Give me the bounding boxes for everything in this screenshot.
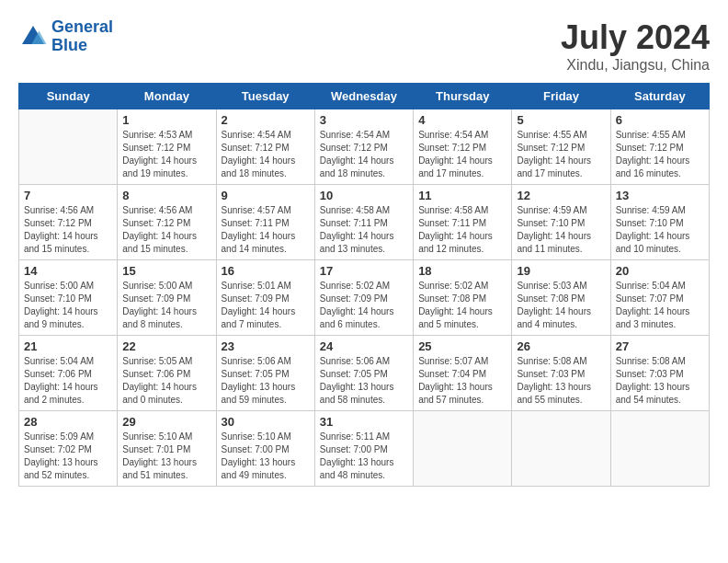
calendar-cell: 5Sunrise: 4:55 AM Sunset: 7:12 PM Daylig… xyxy=(512,109,610,185)
week-row-3: 14Sunrise: 5:00 AM Sunset: 7:10 PM Dayli… xyxy=(19,260,710,336)
day-number: 8 xyxy=(122,189,210,202)
day-info: Sunrise: 4:58 AM Sunset: 7:11 PM Dayligh… xyxy=(418,204,506,256)
day-number: 25 xyxy=(418,339,506,353)
day-info: Sunrise: 4:59 AM Sunset: 7:10 PM Dayligh… xyxy=(517,204,605,256)
calendar-cell: 16Sunrise: 5:01 AM Sunset: 7:09 PM Dayli… xyxy=(216,260,314,336)
calendar-cell: 28Sunrise: 5:09 AM Sunset: 7:02 PM Dayli… xyxy=(19,411,118,487)
calendar-cell: 17Sunrise: 5:02 AM Sunset: 7:09 PM Dayli… xyxy=(314,260,413,336)
day-info: Sunrise: 5:04 AM Sunset: 7:07 PM Dayligh… xyxy=(616,280,704,331)
day-number: 24 xyxy=(320,339,408,353)
day-number: 28 xyxy=(24,415,112,429)
day-number: 10 xyxy=(320,189,408,202)
calendar-cell xyxy=(512,411,610,487)
calendar-cell xyxy=(610,411,709,487)
calendar-cell: 9Sunrise: 4:57 AM Sunset: 7:11 PM Daylig… xyxy=(216,185,314,260)
calendar-cell: 11Sunrise: 4:58 AM Sunset: 7:11 PM Dayli… xyxy=(414,185,512,260)
day-number: 23 xyxy=(222,339,310,353)
day-number: 22 xyxy=(122,339,210,353)
calendar-cell: 6Sunrise: 4:55 AM Sunset: 7:12 PM Daylig… xyxy=(610,109,709,185)
calendar-cell xyxy=(414,411,512,487)
day-info: Sunrise: 4:58 AM Sunset: 7:11 PM Dayligh… xyxy=(320,204,408,256)
calendar-cell: 30Sunrise: 5:10 AM Sunset: 7:00 PM Dayli… xyxy=(216,411,314,487)
calendar-cell: 3Sunrise: 4:54 AM Sunset: 7:12 PM Daylig… xyxy=(314,109,413,185)
day-info: Sunrise: 5:10 AM Sunset: 7:01 PM Dayligh… xyxy=(122,431,210,482)
day-info: Sunrise: 5:09 AM Sunset: 7:02 PM Dayligh… xyxy=(24,431,112,482)
calendar-cell: 13Sunrise: 4:59 AM Sunset: 7:10 PM Dayli… xyxy=(610,185,709,260)
day-header-wednesday: Wednesday xyxy=(314,84,413,109)
calendar-cell: 31Sunrise: 5:11 AM Sunset: 7:00 PM Dayli… xyxy=(314,411,413,487)
logo: General Blue xyxy=(18,18,113,55)
calendar-cell: 19Sunrise: 5:03 AM Sunset: 7:08 PM Dayli… xyxy=(512,260,610,336)
day-info: Sunrise: 4:55 AM Sunset: 7:12 PM Dayligh… xyxy=(616,129,704,180)
day-info: Sunrise: 5:08 AM Sunset: 7:03 PM Dayligh… xyxy=(616,355,704,407)
day-number: 2 xyxy=(222,113,310,127)
calendar-cell: 24Sunrise: 5:06 AM Sunset: 7:05 PM Dayli… xyxy=(314,336,413,411)
calendar-cell xyxy=(19,109,118,185)
location: Xindu, Jiangsu, China xyxy=(561,57,710,74)
logo-icon xyxy=(18,22,48,52)
day-number: 16 xyxy=(222,264,310,278)
day-info: Sunrise: 5:00 AM Sunset: 7:10 PM Dayligh… xyxy=(24,280,112,331)
day-number: 3 xyxy=(320,113,408,127)
day-info: Sunrise: 4:57 AM Sunset: 7:11 PM Dayligh… xyxy=(222,204,310,256)
day-info: Sunrise: 4:56 AM Sunset: 7:12 PM Dayligh… xyxy=(24,204,112,256)
day-number: 14 xyxy=(24,264,112,278)
calendar-cell: 18Sunrise: 5:02 AM Sunset: 7:08 PM Dayli… xyxy=(414,260,512,336)
day-number: 27 xyxy=(616,339,704,353)
day-number: 20 xyxy=(616,264,704,278)
month-year: July 2024 xyxy=(561,18,710,57)
day-header-sunday: Sunday xyxy=(19,84,118,109)
calendar-cell: 8Sunrise: 4:56 AM Sunset: 7:12 PM Daylig… xyxy=(118,185,216,260)
day-number: 31 xyxy=(320,415,408,429)
week-row-2: 7Sunrise: 4:56 AM Sunset: 7:12 PM Daylig… xyxy=(19,185,710,260)
day-header-saturday: Saturday xyxy=(610,84,709,109)
calendar-cell: 2Sunrise: 4:54 AM Sunset: 7:12 PM Daylig… xyxy=(216,109,314,185)
day-number: 18 xyxy=(418,264,506,278)
calendar-cell: 27Sunrise: 5:08 AM Sunset: 7:03 PM Dayli… xyxy=(610,336,709,411)
day-info: Sunrise: 5:05 AM Sunset: 7:06 PM Dayligh… xyxy=(122,355,210,407)
day-number: 30 xyxy=(222,415,310,429)
day-number: 5 xyxy=(517,113,605,127)
day-info: Sunrise: 4:54 AM Sunset: 7:12 PM Dayligh… xyxy=(222,129,310,180)
day-number: 1 xyxy=(122,113,210,127)
day-info: Sunrise: 5:01 AM Sunset: 7:09 PM Dayligh… xyxy=(222,280,310,331)
day-number: 19 xyxy=(517,264,605,278)
calendar-cell: 21Sunrise: 5:04 AM Sunset: 7:06 PM Dayli… xyxy=(19,336,118,411)
calendar-cell: 7Sunrise: 4:56 AM Sunset: 7:12 PM Daylig… xyxy=(19,185,118,260)
calendar-table: SundayMondayTuesdayWednesdayThursdayFrid… xyxy=(18,83,710,487)
week-row-4: 21Sunrise: 5:04 AM Sunset: 7:06 PM Dayli… xyxy=(19,336,710,411)
day-info: Sunrise: 5:11 AM Sunset: 7:00 PM Dayligh… xyxy=(320,431,408,482)
calendar-cell: 25Sunrise: 5:07 AM Sunset: 7:04 PM Dayli… xyxy=(414,336,512,411)
day-number: 26 xyxy=(517,339,605,353)
day-info: Sunrise: 5:00 AM Sunset: 7:09 PM Dayligh… xyxy=(122,280,210,331)
logo-line2: Blue xyxy=(51,36,87,54)
day-info: Sunrise: 4:56 AM Sunset: 7:12 PM Dayligh… xyxy=(122,204,210,256)
day-info: Sunrise: 5:02 AM Sunset: 7:09 PM Dayligh… xyxy=(320,280,408,331)
calendar-cell: 20Sunrise: 5:04 AM Sunset: 7:07 PM Dayli… xyxy=(610,260,709,336)
day-number: 17 xyxy=(320,264,408,278)
day-number: 9 xyxy=(222,189,310,202)
day-number: 4 xyxy=(418,113,506,127)
calendar-cell: 26Sunrise: 5:08 AM Sunset: 7:03 PM Dayli… xyxy=(512,336,610,411)
calendar-cell: 1Sunrise: 4:53 AM Sunset: 7:12 PM Daylig… xyxy=(118,109,216,185)
day-info: Sunrise: 4:54 AM Sunset: 7:12 PM Dayligh… xyxy=(418,129,506,180)
day-info: Sunrise: 4:53 AM Sunset: 7:12 PM Dayligh… xyxy=(122,129,210,180)
day-number: 21 xyxy=(24,339,112,353)
day-info: Sunrise: 5:02 AM Sunset: 7:08 PM Dayligh… xyxy=(418,280,506,331)
day-number: 11 xyxy=(418,189,506,202)
calendar-cell: 22Sunrise: 5:05 AM Sunset: 7:06 PM Dayli… xyxy=(118,336,216,411)
header-row: SundayMondayTuesdayWednesdayThursdayFrid… xyxy=(19,84,710,109)
logo-text: General Blue xyxy=(51,18,113,55)
day-header-monday: Monday xyxy=(118,84,216,109)
day-number: 6 xyxy=(616,113,704,127)
day-info: Sunrise: 4:59 AM Sunset: 7:10 PM Dayligh… xyxy=(616,204,704,256)
day-info: Sunrise: 5:03 AM Sunset: 7:08 PM Dayligh… xyxy=(517,280,605,331)
day-number: 29 xyxy=(122,415,210,429)
day-number: 7 xyxy=(24,189,112,202)
day-header-friday: Friday xyxy=(512,84,610,109)
day-info: Sunrise: 5:06 AM Sunset: 7:05 PM Dayligh… xyxy=(320,355,408,407)
day-info: Sunrise: 5:06 AM Sunset: 7:05 PM Dayligh… xyxy=(222,355,310,407)
calendar-cell: 15Sunrise: 5:00 AM Sunset: 7:09 PM Dayli… xyxy=(118,260,216,336)
day-info: Sunrise: 5:08 AM Sunset: 7:03 PM Dayligh… xyxy=(517,355,605,407)
page-header: General Blue July 2024 Xindu, Jiangsu, C… xyxy=(18,18,710,74)
